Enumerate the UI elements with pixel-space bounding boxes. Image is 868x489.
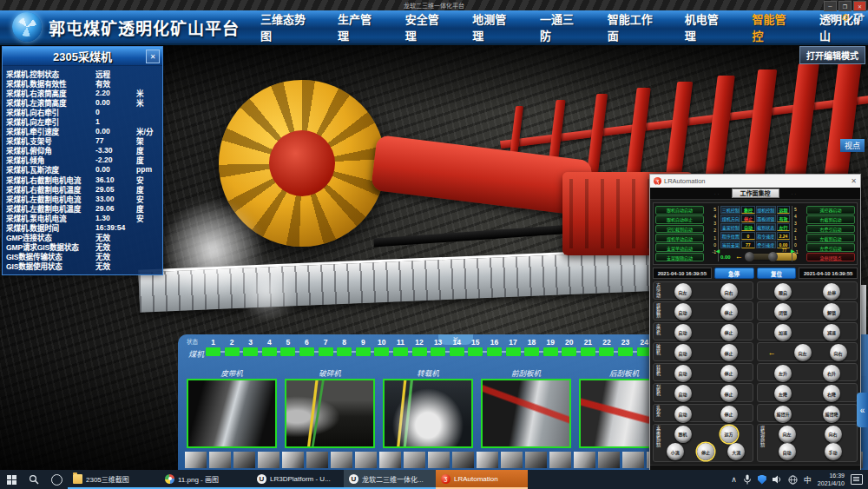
mini-thumbnail[interactable]	[185, 452, 207, 468]
position-slider[interactable]: 77	[747, 253, 776, 261]
auto-function-button[interactable]: 支架单动启动	[655, 243, 704, 252]
control-button[interactable]: 加速	[774, 324, 792, 341]
control-button[interactable]: 停止	[697, 443, 714, 460]
mini-thumbnail[interactable]	[501, 452, 523, 468]
restore-window-icon[interactable]: ❐	[854, 12, 863, 23]
speaker-icon[interactable]	[773, 475, 782, 484]
menu-item-5[interactable]: 一通三防	[540, 10, 579, 43]
auto-function-button[interactable]: 右牵引启动	[806, 225, 855, 234]
menu-item-8[interactable]: 智能管控	[752, 10, 791, 43]
control-button[interactable]: 停止	[720, 303, 738, 320]
tray-expand-icon[interactable]: ∧	[731, 475, 737, 484]
channel-indicator[interactable]: 4	[262, 338, 277, 356]
control-button[interactable]: 闭锁	[774, 303, 792, 320]
channel-indicator[interactable]: 15	[468, 338, 483, 356]
control-button[interactable]: 启动	[674, 406, 692, 423]
mini-thumbnail[interactable]	[233, 452, 255, 468]
mini-thumbnail[interactable]	[379, 452, 401, 468]
control-button[interactable]: 停止	[720, 324, 738, 341]
channel-indicator[interactable]: 18	[524, 338, 539, 356]
cortana-button[interactable]	[45, 470, 68, 489]
mini-thumbnail[interactable]	[622, 452, 644, 468]
reset-button[interactable]: 复位	[757, 268, 797, 279]
menu-item-6[interactable]: 智能工作面	[608, 10, 656, 43]
control-button[interactable]: 启动	[674, 303, 692, 320]
ime-indicator[interactable]: 中	[804, 474, 812, 486]
control-button[interactable]: 解锁	[823, 303, 840, 320]
control-button[interactable]: 向右	[720, 283, 738, 301]
control-button[interactable]: 跟机	[674, 426, 692, 443]
control-button[interactable]: 左升	[774, 365, 792, 382]
channel-indicator[interactable]: 5	[280, 338, 295, 356]
control-button[interactable]: 远方	[720, 426, 738, 443]
lrautomation-close-icon[interactable]: ✕	[851, 177, 857, 185]
control-button[interactable]: 大流	[727, 443, 745, 460]
control-button[interactable]: 自动	[779, 443, 796, 460]
channel-indicator[interactable]: 3	[243, 338, 258, 356]
estop-lock-button[interactable]: 急停闭锁点	[806, 253, 855, 261]
control-button[interactable]: 向右	[825, 426, 842, 443]
control-button[interactable]: 摇臂降	[823, 406, 840, 423]
panel-close-icon[interactable]: ✕	[146, 50, 160, 63]
control-button[interactable]: 左降	[774, 385, 792, 402]
microphone-icon[interactable]	[743, 474, 752, 485]
mini-thumbnail[interactable]	[331, 452, 352, 468]
channel-indicator[interactable]: 19	[543, 338, 558, 356]
control-button[interactable]: 启动	[674, 324, 692, 341]
menu-item-4[interactable]: 地测管理	[472, 10, 511, 43]
channel-indicator[interactable]: 16	[487, 338, 502, 356]
control-button[interactable]: 停止	[720, 385, 738, 402]
control-button[interactable]: 右升	[823, 365, 840, 382]
security-shield-icon[interactable]	[758, 475, 766, 485]
taskbar-app[interactable]: U龙软二三维一体化...	[344, 470, 436, 489]
mini-thumbnail[interactable]	[258, 452, 279, 468]
control-button[interactable]: 向左	[794, 344, 812, 361]
network-globe-icon[interactable]	[788, 475, 798, 485]
menu-item-3[interactable]: 安全管理	[405, 10, 444, 43]
channel-indicator[interactable]: 23	[618, 338, 633, 356]
control-button[interactable]: 减速	[823, 324, 840, 341]
camera-feed[interactable]: 前刮板机	[481, 367, 571, 448]
control-button[interactable]: 右降	[823, 385, 840, 402]
camera-feed[interactable]: 转载机	[383, 367, 473, 448]
mini-thumbnail[interactable]	[209, 452, 231, 468]
menu-item-7[interactable]: 机电管理	[685, 10, 724, 43]
channel-indicator[interactable]: 6	[299, 338, 314, 356]
start-button[interactable]	[0, 470, 23, 489]
wrench-icon[interactable]: ⚒	[828, 12, 837, 23]
gear-icon[interactable]: ⚙	[841, 12, 850, 23]
channel-indicator[interactable]: 12	[412, 338, 427, 356]
mini-thumbnail[interactable]	[404, 452, 425, 468]
menu-item-2[interactable]: 生产管理	[338, 10, 377, 43]
workface-control-tab[interactable]: 工作面集控	[732, 188, 779, 198]
lrautomation-titlebar[interactable]: ʒ LRAutomation ✕	[650, 175, 860, 188]
channel-indicator[interactable]: 8	[337, 338, 352, 356]
taskbar-app[interactable]: 11.png - 画图	[160, 470, 252, 489]
minimize-icon[interactable]: ─	[824, 1, 837, 11]
mini-thumbnail[interactable]	[574, 452, 595, 468]
auto-function-button[interactable]: 支架跟随启动	[655, 253, 704, 261]
channel-indicator[interactable]: 11	[393, 338, 408, 356]
viewpoint-tab[interactable]: 视点	[840, 139, 865, 152]
camera-feed[interactable]: 破碎机	[285, 367, 375, 448]
control-button[interactable]: 停止	[720, 406, 738, 423]
channel-indicator[interactable]: 2	[225, 338, 240, 356]
camera-feed[interactable]: 皮带机	[187, 367, 277, 448]
mini-thumbnail[interactable]	[549, 452, 571, 468]
notification-center-icon[interactable]	[851, 474, 863, 485]
close-icon[interactable]: ✕	[853, 1, 866, 11]
auto-function-button[interactable]: 煤机单动启动	[655, 234, 704, 242]
auto-function-button[interactable]: 跟机自动停止	[655, 215, 704, 224]
control-button[interactable]: 启动	[674, 365, 692, 382]
control-button[interactable]: 总停	[823, 283, 840, 301]
auto-function-button[interactable]: 遥控器启动	[806, 206, 855, 215]
mini-thumbnail[interactable]	[598, 452, 620, 468]
mini-thumbnail[interactable]	[428, 452, 450, 468]
clock[interactable]: 16:39 2021/4/10	[818, 472, 845, 487]
channel-indicator[interactable]: 21	[581, 338, 595, 356]
taskbar-app[interactable]: ULR3DPlatform - U...	[252, 470, 344, 489]
control-button[interactable]: 顺启	[774, 283, 792, 301]
channel-indicator[interactable]: 7	[319, 338, 333, 356]
auto-function-button[interactable]: 跟机自动启动	[655, 206, 704, 215]
control-button[interactable]: 摇臂升	[774, 406, 792, 423]
